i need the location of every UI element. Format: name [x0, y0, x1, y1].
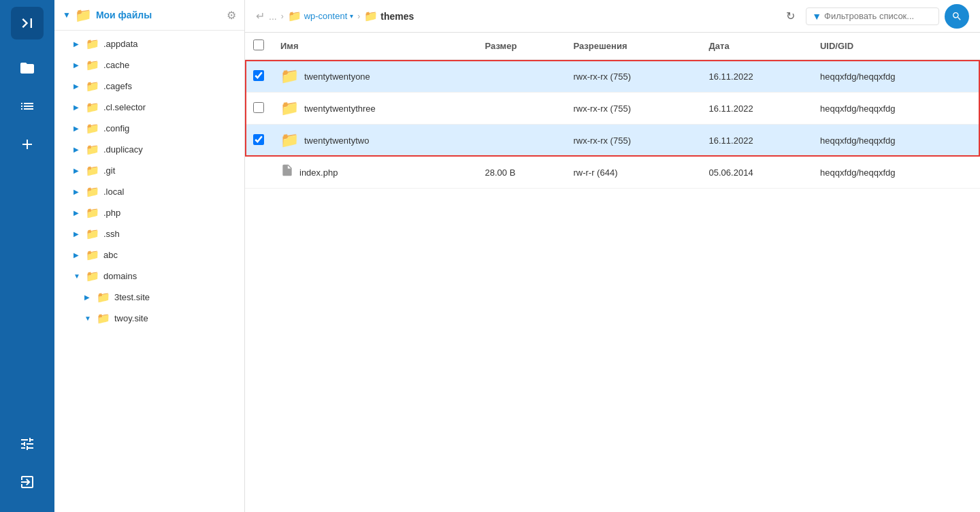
row-name-text: twentytwentythree — [304, 103, 376, 114]
breadcrumb-wp-content[interactable]: 📁 wp-content ▾ — [288, 10, 354, 22]
tree-gear-icon[interactable]: ⚙ — [227, 9, 236, 22]
filter-input-wrap: ▼ — [806, 7, 939, 25]
tree-folder-icon: 📁 — [86, 206, 99, 219]
tree-chevron-icon: ▼ — [74, 272, 82, 280]
tree-chevron-icon: ▶ — [74, 251, 82, 259]
tree-folder-icon: 📁 — [86, 122, 99, 135]
breadcrumb-ellipsis[interactable]: ... — [269, 11, 277, 22]
table-row[interactable]: 📁twentytwentyonerwx-rx-rx (755)16.11.202… — [245, 60, 980, 93]
tree-chevron-icon: ▼ — [84, 315, 93, 322]
breadcrumb-current: 📁 themes — [364, 10, 414, 22]
col-permissions-header[interactable]: Разрешения — [565, 33, 700, 60]
table-row[interactable]: 📁twentytwentytworwx-rx-rx (755)16.11.202… — [245, 125, 980, 157]
tree-item-.ssh[interactable]: ▶📁.ssh — [54, 223, 244, 244]
filter-input[interactable] — [824, 11, 933, 21]
breadcrumb-return-icon[interactable]: ↵ — [256, 10, 265, 22]
tree-item-.config[interactable]: ▶📁.config — [54, 118, 244, 139]
tree-root-chevron[interactable]: ▼ — [63, 10, 71, 20]
tree-folder-icon: 📁 — [86, 270, 99, 283]
row-checkbox-cell — [245, 93, 272, 125]
breadcrumb-current-label: themes — [380, 11, 414, 22]
row-name-text: twentytwentyone — [304, 71, 370, 82]
breadcrumb-bar: ↵ ... › 📁 wp-content ▾ › 📁 themes ↻ ▼ — [245, 0, 980, 33]
row-permissions-cell: rwx-rx-rx (755) — [565, 60, 700, 93]
row-name-text: index.php — [299, 167, 338, 178]
list-nav-icon[interactable] — [11, 90, 44, 123]
row-permissions-cell: rwx-rx-rx (755) — [565, 125, 700, 157]
file-table-body: 📁twentytwentyonerwx-rx-rx (755)16.11.202… — [245, 60, 980, 189]
table-row[interactable]: index.php28.00 Brw-r-r (644)05.06.2014he… — [245, 157, 980, 189]
tree-chevron-icon: ▶ — [74, 103, 82, 111]
col-name-header[interactable]: Имя — [272, 33, 477, 60]
file-tree-panel: ▼ 📁 Мои файлы ⚙ ▶📁.appdata▶📁.cache▶📁.cag… — [54, 0, 245, 512]
row-select-checkbox[interactable] — [253, 134, 264, 145]
breadcrumb-actions: ↻ ▼ — [780, 4, 969, 29]
select-all-checkbox[interactable] — [253, 39, 264, 50]
nav-bar — [0, 0, 54, 512]
row-checkbox-cell — [245, 60, 272, 93]
tree-chevron-icon: ▶ — [74, 61, 82, 69]
tree-item-name: 3test.site — [114, 292, 150, 302]
file-tree-body: ▶📁.appdata▶📁.cache▶📁.cagefs▶📁.cl.selecto… — [54, 31, 244, 512]
tree-folder-icon: 📁 — [86, 37, 99, 50]
col-size-header[interactable]: Размер — [477, 33, 566, 60]
file-list-area: Имя Размер Разрешения Дата UID/GID 📁twen… — [245, 33, 980, 512]
tree-item-abc[interactable]: ▶📁abc — [54, 244, 244, 266]
row-permissions-cell: rw-r-r (644) — [565, 157, 700, 189]
tree-item-.cache[interactable]: ▶📁.cache — [54, 54, 244, 76]
file-tree-header: ▼ 📁 Мои файлы ⚙ — [54, 0, 244, 31]
tree-item-.cl.selector[interactable]: ▶📁.cl.selector — [54, 97, 244, 118]
nav-logo[interactable] — [11, 7, 44, 39]
col-date-header[interactable]: Дата — [701, 33, 812, 60]
tree-root-title: Мои файлы — [96, 10, 223, 20]
refresh-button[interactable]: ↻ — [780, 6, 800, 27]
breadcrumb-current-folder-icon: 📁 — [364, 10, 378, 22]
tree-item-.appdata[interactable]: ▶📁.appdata — [54, 33, 244, 54]
refresh-icon: ↻ — [786, 10, 795, 22]
col-uid-header[interactable]: UID/GID — [812, 33, 980, 60]
tree-chevron-icon: ▶ — [74, 40, 82, 48]
search-button[interactable] — [945, 4, 969, 29]
row-uid-cell: heqqxfdg/heqqxfdg — [812, 157, 980, 189]
row-size-cell — [477, 93, 566, 125]
tree-item-.cagefs[interactable]: ▶📁.cagefs — [54, 76, 244, 97]
row-select-checkbox[interactable] — [253, 102, 264, 113]
tree-item-.duplicacy[interactable]: ▶📁.duplicacy — [54, 139, 244, 160]
files-nav-icon[interactable] — [11, 52, 44, 84]
tree-chevron-icon: ▶ — [74, 188, 82, 195]
tree-chevron-icon: ▶ — [74, 209, 82, 217]
tree-item-.local[interactable]: ▶📁.local — [54, 181, 244, 202]
tree-item-twoy.site[interactable]: ▼📁twoy.site — [54, 308, 244, 329]
row-date-cell: 05.06.2014 — [701, 157, 812, 189]
tree-folder-icon: 📁 — [86, 101, 99, 114]
tree-chevron-icon: ▶ — [74, 125, 82, 132]
tree-item-3test.site[interactable]: ▶📁3test.site — [54, 287, 244, 308]
tree-item-name: .ssh — [103, 229, 120, 239]
tree-folder-icon: 📁 — [86, 249, 99, 261]
file-icon — [280, 163, 294, 181]
logout-nav-icon[interactable] — [11, 466, 44, 498]
tree-root-folder-icon: 📁 — [75, 7, 92, 23]
tree-item-name: .git — [103, 165, 115, 176]
tree-item-name: domains — [103, 271, 137, 281]
breadcrumb-sep-1: › — [281, 12, 284, 21]
tree-chevron-icon: ▶ — [74, 82, 82, 90]
breadcrumb-sep-2: › — [357, 12, 360, 21]
file-table-head: Имя Размер Разрешения Дата UID/GID — [245, 33, 980, 60]
row-name-text: twentytwentytwo — [304, 135, 369, 146]
row-select-checkbox[interactable] — [253, 70, 264, 81]
tree-chevron-icon: ▶ — [84, 293, 93, 301]
table-row[interactable]: 📁twentytwentythreerwx-rx-rx (755)16.11.2… — [245, 93, 980, 125]
tree-item-name: .local — [103, 187, 124, 197]
tree-item-name: twoy.site — [114, 313, 148, 323]
tree-item-.git[interactable]: ▶📁.git — [54, 160, 244, 181]
breadcrumb-dropdown-icon[interactable]: ▾ — [350, 12, 353, 20]
tree-item-.php[interactable]: ▶📁.php — [54, 202, 244, 223]
row-permissions-cell: rwx-rx-rx (755) — [565, 93, 700, 125]
row-size-cell — [477, 125, 566, 157]
add-nav-icon[interactable] — [11, 128, 44, 161]
options-nav-icon[interactable] — [11, 428, 44, 460]
row-uid-cell: heqqxfdg/heqqxfdg — [812, 93, 980, 125]
tree-folder-icon: 📁 — [97, 291, 110, 304]
tree-item-domains[interactable]: ▼📁domains — [54, 266, 244, 287]
